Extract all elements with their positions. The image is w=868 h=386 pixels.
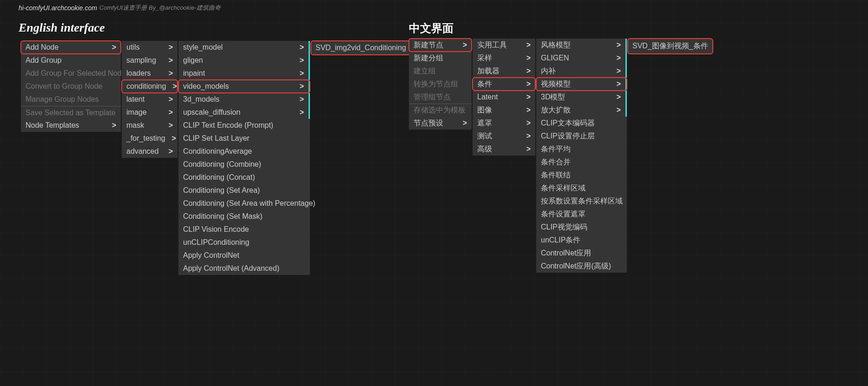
en-col-3[interactable]: style_model>gligen>inpaint>video_models>… (178, 41, 310, 275)
menu-item[interactable]: conditioning> (122, 80, 178, 93)
menu-item-label: Conditioning (Concat) (183, 173, 255, 182)
menu-item[interactable]: 图像> (473, 104, 535, 117)
menu-item[interactable]: Conditioning (Set Mask) (178, 210, 310, 223)
menu-item-label: utils (126, 43, 139, 52)
menu-item[interactable]: Latent> (473, 91, 535, 104)
menu-item[interactable]: 存储选中为模板 (409, 104, 472, 117)
menu-item[interactable]: CLIP文本编码器 (536, 117, 627, 130)
menu-item-label: 节点预设 (414, 118, 443, 128)
menu-item[interactable]: sampling> (122, 54, 178, 67)
menu-item[interactable]: 管理组节点 (409, 91, 472, 104)
chevron-right-icon: > (169, 121, 173, 130)
menu-item[interactable]: gligen> (178, 54, 310, 67)
en-col-2[interactable]: utils>sampling>loaders>conditioning>late… (122, 41, 178, 158)
menu-item[interactable]: style_model> (178, 41, 310, 54)
cn-col-2[interactable]: 实用工具>采样>加载器>条件>Latent>图像>遮罩>测试>高级> (473, 39, 535, 156)
menu-item[interactable]: Node Templates> (21, 119, 121, 132)
menu-item[interactable]: Apply ControlNet (178, 249, 310, 262)
menu-item[interactable]: 内补> (536, 65, 627, 78)
menu-item[interactable]: Add Group (21, 54, 121, 67)
menu-item[interactable]: Conditioning (Combine) (178, 158, 310, 171)
menu-item[interactable]: 按系数设置条件采样区域 (536, 195, 627, 208)
menu-item[interactable]: 条件采样区域 (536, 182, 627, 195)
menu-item-label: Conditioning (Set Mask) (183, 212, 263, 221)
menu-item[interactable]: ConditioningAverage (178, 145, 310, 158)
menu-item[interactable]: 条件> (473, 78, 535, 91)
menu-item[interactable]: 条件设置遮罩 (536, 208, 627, 221)
menu-item[interactable]: mask> (122, 119, 178, 132)
menu-item[interactable]: video_models> (178, 80, 310, 93)
menu-item[interactable]: GLIGEN> (536, 52, 627, 65)
cn-leaf[interactable]: SVD_图像到视频_条件 (628, 39, 713, 54)
chevron-right-icon: > (300, 43, 304, 52)
menu-item[interactable]: latent> (122, 93, 178, 106)
menu-item-label: 按系数设置条件采样区域 (541, 196, 623, 206)
menu-item[interactable]: unCLIPConditioning (178, 236, 310, 249)
menu-item[interactable]: 节点预设> (409, 117, 472, 130)
menu-item[interactable]: 遮罩> (473, 117, 535, 130)
menu-item[interactable]: CLIP设置停止层 (536, 130, 627, 143)
menu-item-label: Add Node (26, 43, 59, 52)
menu-item[interactable]: utils> (122, 41, 178, 54)
menu-item[interactable]: 视频模型> (536, 78, 627, 91)
menu-item[interactable]: CLIP Vision Encode (178, 223, 310, 236)
menu-item[interactable]: Add Group For Selected Nodes (21, 67, 121, 80)
menu-item-label: 存储选中为模板 (414, 105, 466, 115)
menu-item[interactable]: 测试> (473, 130, 535, 143)
menu-item[interactable]: 建立组 (409, 65, 472, 78)
menu-item[interactable]: 新建节点> (409, 39, 472, 52)
menu-item[interactable]: inpaint> (178, 67, 310, 80)
menu-item[interactable]: loaders> (122, 67, 178, 80)
menu-item[interactable]: 条件联结 (536, 169, 627, 182)
menu-item[interactable]: Conditioning (Concat) (178, 171, 310, 184)
menu-item-label: 风格模型 (541, 40, 571, 50)
menu-item[interactable]: Conditioning (Set Area) (178, 184, 310, 197)
menu-item[interactable]: Manage Group Nodes (21, 93, 121, 106)
menu-item[interactable]: Conditioning (Set Area with Percentage) (178, 197, 310, 210)
menu-item-label: Add Group (26, 56, 61, 65)
menu-item[interactable]: ControlNet应用 (536, 247, 627, 260)
menu-item[interactable]: 转换为节点组 (409, 78, 472, 91)
en-col-1[interactable]: Add Node>Add GroupAdd Group For Selected… (21, 41, 121, 132)
menu-item-label: latent (126, 95, 145, 104)
chevron-right-icon: > (463, 41, 467, 49)
menu-item[interactable]: ControlNet应用(高级) (536, 260, 627, 273)
menu-item[interactable]: CLIP Set Last Layer (178, 132, 310, 145)
menu-item[interactable]: 高级> (473, 143, 535, 156)
menu-item[interactable]: advanced> (122, 145, 178, 158)
cn-col-1[interactable]: 新建节点>新建分组建立组转换为节点组管理组节点存储选中为模板节点预设> (409, 39, 472, 130)
chevron-right-icon: > (526, 67, 531, 75)
menu-item[interactable]: 实用工具> (473, 39, 535, 52)
menu-item[interactable]: CLIP Text Encode (Prompt) (178, 119, 310, 132)
chevron-right-icon: > (526, 54, 531, 62)
menu-item[interactable]: 放大扩散> (536, 104, 627, 117)
header-url: hi-comfyUI.archcookie.com (19, 4, 97, 12)
chevron-right-icon: > (112, 43, 116, 52)
menu-item[interactable]: 条件合并 (536, 156, 627, 169)
menu-item[interactable]: Convert to Group Node (21, 80, 121, 93)
cn-col-3[interactable]: 风格模型>GLIGEN>内补>视频模型>3D模型>放大扩散>CLIP文本编码器C… (536, 39, 627, 273)
en-leaf[interactable]: SVD_img2vid_Conditioning (311, 41, 411, 55)
menu-item-label: 高级 (477, 144, 492, 154)
menu-item[interactable]: 新建分组 (409, 52, 472, 65)
menu-item[interactable]: 风格模型> (536, 39, 627, 52)
menu-item[interactable]: upscale_diffusion> (178, 106, 310, 119)
menu-item[interactable]: 加载器> (473, 65, 535, 78)
chevron-right-icon: > (300, 95, 304, 104)
menu-item-label: CLIP视觉编码 (541, 222, 587, 232)
menu-item[interactable]: Add Node> (21, 41, 121, 54)
chevron-right-icon: > (526, 119, 531, 127)
menu-item-label: GLIGEN (541, 54, 569, 62)
menu-item[interactable]: 3d_models> (178, 93, 310, 106)
menu-item[interactable]: image> (122, 106, 178, 119)
menu-item[interactable]: Save Selected as Template (21, 106, 121, 119)
menu-item-label: 条件 (477, 79, 492, 89)
menu-item[interactable]: Apply ControlNet (Advanced) (178, 262, 310, 275)
menu-item-label: 管理组节点 (414, 92, 451, 102)
menu-item[interactable]: 条件平均 (536, 143, 627, 156)
menu-item[interactable]: 采样> (473, 52, 535, 65)
menu-item[interactable]: _for_testing> (122, 132, 178, 145)
menu-item[interactable]: 3D模型> (536, 91, 627, 104)
menu-item[interactable]: CLIP视觉编码 (536, 221, 627, 234)
menu-item[interactable]: unCLIP条件 (536, 234, 627, 247)
